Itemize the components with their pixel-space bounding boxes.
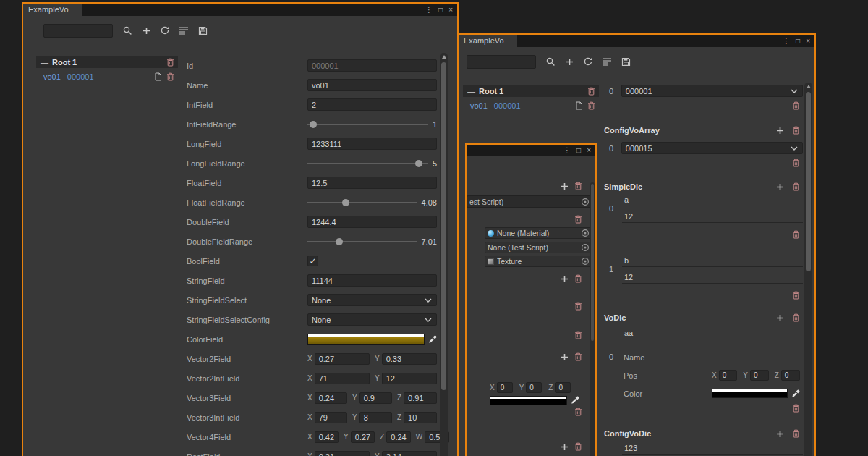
refresh-icon[interactable] (582, 56, 594, 67)
text-field[interactable]: 1233111 (307, 138, 437, 150)
add-item-icon[interactable] (561, 353, 569, 361)
tab-examplevo[interactable]: ExampleVo (23, 4, 82, 16)
dropdown[interactable]: None (307, 313, 437, 326)
eyedropper-icon[interactable] (791, 389, 800, 398)
slider-thumb[interactable] (310, 121, 317, 128)
vector-field[interactable]: 12 (382, 373, 437, 384)
delete-icon[interactable] (166, 72, 174, 81)
vector-field[interactable]: 0 (526, 382, 542, 393)
delete-icon[interactable] (574, 302, 582, 311)
search-icon[interactable] (545, 56, 556, 67)
duplicate-icon[interactable] (575, 101, 583, 110)
delete-icon[interactable] (574, 215, 582, 224)
titlebar[interactable]: ⋮ □ × (467, 145, 595, 156)
text-field[interactable]: 123 (622, 442, 803, 455)
add-item-icon[interactable] (776, 430, 784, 438)
delete-icon[interactable] (574, 352, 582, 361)
delete-icon[interactable] (574, 274, 582, 283)
add-item-icon[interactable] (561, 443, 569, 451)
vector-field[interactable]: 0.9 (359, 392, 392, 404)
list-icon[interactable] (178, 25, 190, 36)
foldout-collapse-icon[interactable]: — (41, 58, 51, 67)
key-field[interactable]: b (622, 255, 803, 267)
vector-field[interactable]: 0.24 (315, 392, 347, 404)
value-field[interactable]: 12 (622, 211, 803, 223)
color-swatch[interactable] (490, 396, 567, 405)
object-field[interactable]: None (Test Script) (485, 242, 592, 253)
scroll-up-icon[interactable] (807, 85, 811, 88)
slider[interactable] (307, 198, 417, 207)
text-field[interactable]: vo01 (307, 79, 437, 91)
duplicate-icon[interactable] (154, 72, 162, 81)
vector-field[interactable]: 0.33 (382, 353, 437, 365)
vector-field[interactable]: 0 (719, 370, 738, 381)
scrollbar-thumb[interactable] (806, 92, 811, 271)
text-field[interactable]: 11144 (307, 274, 437, 287)
foldout-collapse-icon[interactable]: — (467, 87, 477, 96)
window-close-icon[interactable]: × (806, 38, 810, 45)
tree-item-vo01[interactable]: vo01 000001 (463, 99, 599, 111)
search-icon[interactable] (122, 25, 133, 36)
vector-field[interactable]: 0.27 (315, 353, 370, 365)
dropdown[interactable]: 000015 (621, 142, 803, 154)
object-field[interactable]: Texture (485, 256, 592, 267)
search-input[interactable] (43, 24, 113, 38)
eyedropper-icon[interactable] (428, 335, 437, 344)
window-maximize-icon[interactable]: □ (576, 147, 581, 154)
checkbox[interactable]: ✓ (307, 256, 318, 266)
text-field[interactable]: 1244.4 (307, 216, 437, 228)
refresh-icon[interactable] (159, 25, 171, 36)
object-field[interactable]: None (Material) (485, 227, 592, 239)
slider-thumb[interactable] (342, 199, 349, 206)
delete-icon[interactable] (792, 182, 800, 191)
key-field[interactable]: aa (622, 327, 803, 339)
vector-field[interactable]: 10 (404, 412, 437, 423)
delete-icon[interactable] (792, 126, 800, 135)
scrollbar-thumb[interactable] (591, 184, 594, 341)
slider-thumb[interactable] (415, 160, 422, 167)
color-swatch[interactable] (307, 334, 425, 345)
text-field[interactable] (712, 351, 800, 363)
window-close-icon[interactable]: × (587, 147, 591, 154)
tree-root-row[interactable]: — Root 1 (36, 56, 178, 68)
delete-icon[interactable] (574, 182, 582, 190)
delete-icon[interactable] (574, 331, 582, 339)
scrollbar-thumb[interactable] (441, 62, 446, 390)
delete-icon[interactable] (792, 291, 800, 300)
vector-field[interactable]: 0 (555, 382, 571, 393)
delete-icon[interactable] (587, 101, 595, 110)
add-item-icon[interactable] (776, 314, 784, 322)
search-input[interactable] (467, 55, 536, 69)
add-icon[interactable] (563, 56, 575, 67)
vector-field[interactable]: 0.24 (386, 431, 410, 443)
tree-item-vo01[interactable]: vo01 000001 (36, 70, 178, 83)
object-picker-icon[interactable] (581, 243, 590, 252)
vector-field[interactable]: 0.42 (315, 431, 339, 443)
delete-icon[interactable] (792, 313, 800, 322)
delete-icon[interactable] (792, 159, 800, 167)
scrollbar[interactable] (804, 83, 812, 456)
vector-field[interactable]: 71 (315, 373, 370, 384)
object-picker-icon[interactable] (581, 198, 590, 206)
text-field[interactable]: 12.5 (307, 177, 437, 189)
color-swatch[interactable] (712, 389, 788, 398)
value-field[interactable]: 12 (622, 271, 803, 284)
text-field[interactable]: 2 (307, 98, 437, 111)
window-maximize-icon[interactable]: □ (438, 7, 443, 14)
dropdown[interactable]: None (307, 294, 437, 306)
object-picker-icon[interactable] (581, 257, 590, 266)
slider[interactable] (307, 159, 428, 168)
delete-icon[interactable] (587, 87, 595, 96)
object-picker-icon[interactable] (581, 229, 590, 237)
delete-icon[interactable] (792, 404, 800, 413)
add-item-icon[interactable] (776, 183, 784, 191)
delete-icon[interactable] (792, 101, 800, 110)
add-item-icon[interactable] (776, 127, 784, 135)
delete-icon[interactable] (574, 442, 582, 451)
delete-icon[interactable] (166, 58, 174, 67)
window-close-icon[interactable]: × (448, 7, 453, 14)
scrollbar[interactable] (440, 53, 448, 456)
tree-root-row[interactable]: — Root 1 (463, 85, 599, 97)
add-icon[interactable] (140, 25, 152, 36)
window-menu-icon[interactable]: ⋮ (563, 147, 571, 154)
